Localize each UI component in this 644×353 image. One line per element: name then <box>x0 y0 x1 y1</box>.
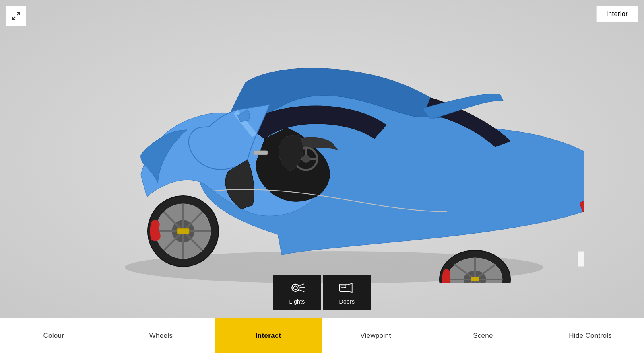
bottom-nav: Colour Wheels Interact Viewpoint Scene H… <box>0 318 644 353</box>
svg-line-24 <box>17 12 20 15</box>
nav-wheels[interactable]: Wheels <box>107 318 215 353</box>
svg-point-26 <box>292 284 299 291</box>
svg-rect-20 <box>254 151 268 155</box>
lights-icon <box>288 281 306 295</box>
svg-rect-22 <box>471 277 479 281</box>
doors-label: Doors <box>339 298 355 305</box>
svg-rect-33 <box>341 285 346 288</box>
car-visual <box>32 32 612 273</box>
3d-viewport[interactable] <box>0 0 644 318</box>
nav-scene[interactable]: Scene <box>429 318 537 353</box>
lights-label: Lights <box>289 298 305 305</box>
svg-point-27 <box>294 286 297 289</box>
nav-viewpoint[interactable]: Viewpoint <box>322 318 429 353</box>
svg-line-25 <box>12 17 15 20</box>
expand-icon <box>11 11 21 21</box>
svg-line-30 <box>299 290 304 292</box>
doors-button[interactable]: Doors <box>323 275 371 310</box>
lights-button[interactable]: Lights <box>273 275 321 310</box>
svg-line-29 <box>299 284 304 286</box>
interact-popup: Lights Doors <box>273 275 371 310</box>
svg-point-2 <box>302 155 310 163</box>
doors-icon <box>338 281 356 295</box>
expand-button[interactable] <box>6 6 26 26</box>
nav-hide-controls[interactable]: Hide Controls <box>537 318 644 353</box>
interior-button[interactable]: Interior <box>596 6 638 22</box>
svg-rect-21 <box>177 228 189 234</box>
nav-colour[interactable]: Colour <box>0 318 107 353</box>
nav-interact[interactable]: Interact <box>215 318 322 353</box>
svg-rect-23 <box>578 251 584 267</box>
